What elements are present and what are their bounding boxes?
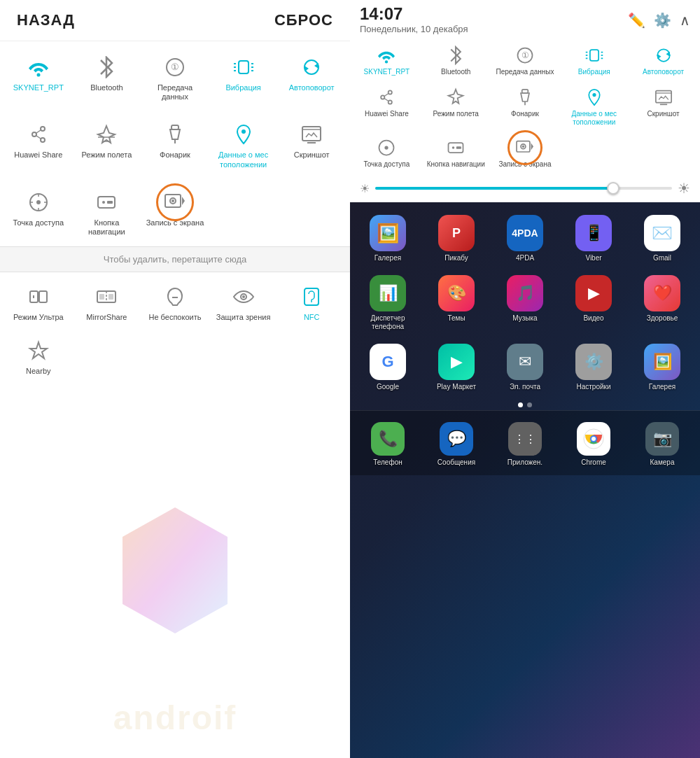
svg-point-84 [592,437,596,441]
left-row4-tiles: Nearby [0,329,350,383]
skynet-label-left: SKYNET_RPT [13,83,64,92]
right-tiles-row3: Точка доступа Кнопка навигации Запись с … [350,129,700,176]
app-email[interactable]: ✉ Эл. почта [491,338,559,394]
app-gallery1[interactable]: 🖼️ Галерея [354,209,421,265]
svg-rect-69 [655,91,671,103]
brightness-slider[interactable] [375,187,672,190]
rtile-autorotate[interactable]: Автоповорот [629,40,697,79]
tile-vibration-left[interactable]: Вибрация [211,48,276,106]
app-gmail[interactable]: ✉️ Gmail [629,209,696,265]
tile-huaweishare-left[interactable]: Huawei Share [6,115,71,173]
drag-zone: Чтобы удалить, перетащите сюда [0,246,350,272]
screenshot-label-left: Скриншот [294,150,330,160]
rtile-hotspot[interactable]: Точка доступа [353,132,421,171]
email-label: Эл. почта [510,383,540,391]
tile-location-left[interactable]: Данные о мес тоположении [211,115,276,173]
rbluetooth-icon [444,44,467,66]
rtile-bluetooth[interactable]: Bluetooth [422,40,490,79]
app-phonemgr[interactable]: 📊 Диспетчер телефона [354,269,421,334]
dock-chrome[interactable]: Chrome [560,416,627,470]
dock-phone[interactable]: 📞 Телефон [354,416,421,470]
tile-navbutton-left[interactable]: Кнопка навигации [74,183,140,241]
svg-point-80 [522,146,524,148]
edit-icon[interactable]: ✏️ [628,12,645,29]
rtile-location[interactable]: Данные о мес тоположении [560,82,628,129]
rtile-empty1 [560,132,628,171]
left-tiles-row1: SKYNET_RPT Bluetooth ① Передача данных В… [0,41,350,108]
rtile-screenshot[interactable]: Скриншот [629,82,697,129]
svg-point-28 [102,201,105,204]
rflashlight-icon [514,86,536,108]
rvibration-label: Вибрация [578,68,610,76]
tile-nearby-left[interactable]: Nearby [6,332,71,380]
time-display: 14:07 [360,6,468,22]
rnavbutton-icon [444,136,467,159]
app-health[interactable]: ❤️ Здоровье [629,269,696,334]
svg-marker-46 [122,507,227,633]
health-label: Здоровье [647,314,678,323]
dot-2 [527,402,532,407]
music-icon: 🎵 [507,275,543,311]
brightness-low-icon: ☀ [360,182,370,195]
date-display: Понедельник, 10 декабря [360,24,468,34]
tile-skynet-left[interactable]: SKYNET_RPT [6,48,71,106]
music-label: Музыка [512,314,537,323]
dnd-icon-left [162,283,188,310]
tile-autorotate-left[interactable]: Автоповорот [279,48,344,106]
rtile-huaweishare[interactable]: Huawei Share [353,82,421,129]
app-google[interactable]: G Google [354,338,421,394]
screenrecord-icon-left [162,189,188,216]
tile-mirrorshare-left[interactable]: MirrorShare [74,278,140,326]
svg-point-47 [385,60,388,63]
app-gallery2[interactable]: 🖼️ Галерея [629,338,696,394]
app-settings[interactable]: ⚙️ Настройки [560,338,627,394]
gallery2-icon: 🖼️ [644,344,680,380]
tile-screenrecord-left[interactable]: Запись с экрана [142,183,208,241]
rtile-airplane[interactable]: Режим полета [422,82,490,129]
rtile-transfer[interactable]: ① Передача данных [491,40,559,79]
app-4pda[interactable]: 4PDA 4PDA [491,209,559,265]
app-video[interactable]: ▶ Видео [560,269,627,334]
tile-screenshot-left[interactable]: Скриншот [279,115,344,173]
rhuaweishare-label: Huawei Share [365,110,409,118]
tile-transfer-left[interactable]: ① Передача данных [142,48,208,106]
app-playmarket[interactable]: ▶ Play Маркет [423,338,490,394]
dock-camera[interactable]: 📷 Камера [629,416,696,470]
health-icon: ❤️ [644,275,680,311]
back-button[interactable]: НАЗАД [17,11,75,29]
rtile-navbutton[interactable]: Кнопка навигации [422,132,490,171]
tile-airplane-left[interactable]: Режим полета [74,115,140,173]
svg-point-16 [41,138,45,142]
tile-flashlight-left[interactable]: Фонарик [142,115,208,173]
rbluetooth-label: Bluetooth [441,68,470,76]
dock-messages[interactable]: 💬 Сообщения [423,416,490,470]
location-label-left: Данные о мес тоположении [214,150,274,169]
viber-icon: 📱 [575,215,612,251]
tile-eyeprotect-left[interactable]: Защита зрения [211,278,276,326]
rtile-screenrecord[interactable]: Запись с экрана [491,132,559,171]
dock-apps[interactable]: ⋮⋮ Приложен. [491,416,559,470]
app-themes[interactable]: 🎨 Темы [423,269,490,334]
tile-nfc-left[interactable]: NFC [279,278,344,326]
app-pikabu[interactable]: P Пикабу [423,209,490,265]
playmarket-icon: ▶ [438,344,475,380]
tile-ultramode-left[interactable]: Режим Ультра [6,278,71,326]
nfc-icon-left [298,283,325,310]
tile-bluetooth-left[interactable]: Bluetooth [74,48,140,106]
rtile-flashlight[interactable]: Фонарик [491,82,559,129]
rtile-skynet[interactable]: SKYNET_RPT [353,40,421,79]
svg-point-14 [32,132,36,136]
rtile-vibration[interactable]: Вибрация [560,40,628,79]
themes-label: Темы [447,314,465,323]
screenrecord-label-left: Запись с экрана [146,218,204,227]
left-panel: НАЗАД СБРОС SKYNET_RPT Bluetooth ① Перед… [0,0,350,758]
tile-hotspot-left[interactable]: Точка доступа [6,183,71,241]
app-viber[interactable]: 📱 Viber [560,209,627,265]
reset-button[interactable]: СБРОС [274,11,333,29]
brightness-thumb[interactable] [607,182,620,195]
app-music[interactable]: 🎵 Музыка [491,269,559,334]
email-icon: ✉ [507,344,543,380]
settings-icon[interactable]: ⚙️ [654,12,671,29]
tile-dnd-left[interactable]: Не беспокоить [142,278,208,326]
collapse-icon[interactable]: ∧ [680,12,690,29]
